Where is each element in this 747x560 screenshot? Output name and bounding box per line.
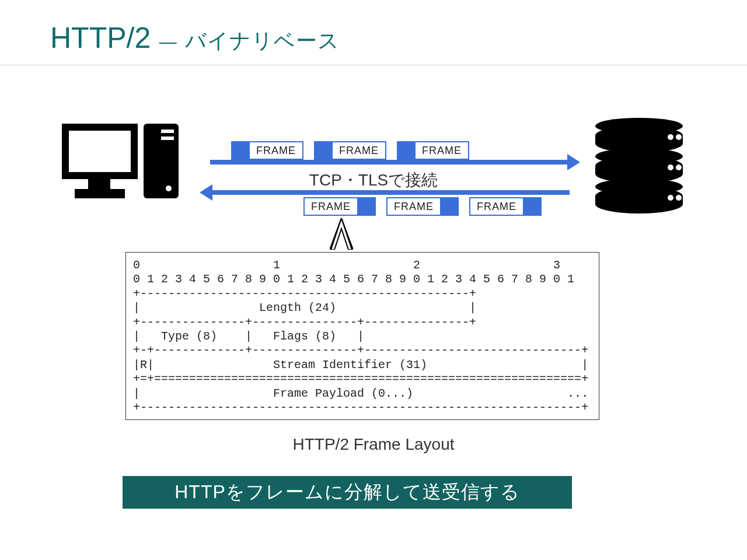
connection-label: TCP・TLSで接続 [0, 169, 747, 191]
frame-label: FRAME [333, 142, 385, 159]
frame-box: FRAME [397, 141, 469, 160]
frame-label: FRAME [470, 198, 523, 215]
frame-layout-box: 0 1 2 3 0 1 2 3 4 5 6 7 8 9 0 1 2 3 4 5 … [125, 252, 599, 420]
title-separator: ― [159, 32, 177, 52]
summary-banner: HTTPをフレームに分解して送受信する [123, 476, 572, 509]
frame-label: FRAME [305, 198, 357, 215]
callout-wedge-icon [330, 218, 353, 250]
database-icon [595, 116, 683, 209]
frame-box: FRAME [314, 141, 386, 160]
frame-box: FRAME [469, 197, 542, 216]
client-pc-icon [62, 124, 184, 211]
slide-body: FRAME FRAME FRAME TCP・TLSで接続 FRAME FRAME… [0, 116, 747, 524]
title-main: HTTP/2 [50, 21, 151, 55]
arrow-client-to-server [210, 160, 570, 164]
slide: HTTP/2 ― バイナリベース FRAME FRAME FRAME [0, 0, 747, 560]
frame-box: FRAME [231, 141, 303, 160]
frame-layout-ascii: 0 1 2 3 0 1 2 3 4 5 6 7 8 9 0 1 2 3 4 5 … [133, 258, 592, 415]
frame-label: FRAME [388, 198, 440, 215]
frame-box: FRAME [386, 197, 459, 216]
title-subtitle: バイナリベース [185, 27, 340, 55]
frame-box: FRAME [303, 197, 376, 216]
frame-label: FRAME [416, 142, 468, 159]
frame-label: FRAME [250, 142, 302, 159]
slide-title: HTTP/2 ― バイナリベース [0, 0, 747, 65]
frame-layout-caption: HTTP/2 Frame Layout [0, 435, 747, 454]
